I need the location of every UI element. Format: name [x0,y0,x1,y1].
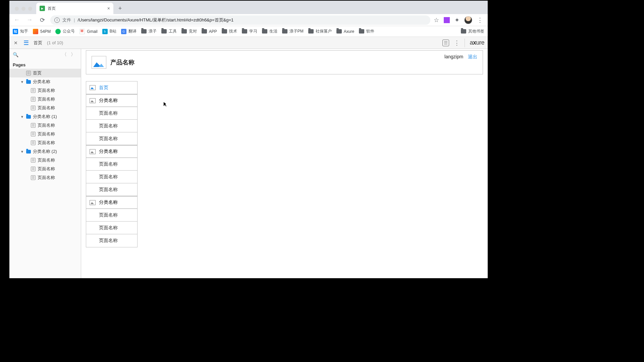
bookmark-folder[interactable]: 生活 [262,28,277,34]
image-placeholder-icon [90,149,96,154]
tree-page[interactable]: 页面名称 [9,165,81,173]
page-icon [31,158,36,163]
chevron-down-icon[interactable]: ▼ [20,150,24,154]
browser-tab[interactable]: 首页 × [36,3,113,14]
play-icon [40,6,45,11]
bookmark-item[interactable]: 知知乎 [13,28,28,34]
browser-toolbar: ← → ⟳ i 文件 | /Users/langzi/Documents/Axu… [9,14,488,26]
bookmark-folder[interactable]: Axure [336,29,354,34]
bookmarks-bar: 知知乎 54PM 公众号 Gmail bB站 G翻译 浪子 工具 竞对 APP … [9,26,488,37]
tree-page[interactable]: 页面名称 [9,86,81,95]
bookmark-folder[interactable]: APP [202,29,217,34]
pages-sidebar: 🔍 〈 〉 Pages 首页▼分类名称页面名称页面名称页面名称▼分类名称 (1)… [9,49,81,278]
menu-sub-item[interactable]: 页面名称 [86,132,137,145]
sidebar-heading: Pages [9,60,81,69]
address-bar[interactable]: i 文件 | /Users/langzi/Documents/Axure/HTM… [50,15,430,25]
bookmark-folder[interactable]: 社保落户 [308,28,332,34]
menu-sub-item[interactable]: 页面名称 [86,158,137,171]
pages-tree: 首页▼分类名称页面名称页面名称页面名称▼分类名称 (1)页面名称页面名称页面名称… [9,69,81,182]
page-icon [31,140,36,145]
chevron-down-icon[interactable]: ▼ [20,80,24,84]
menu-home-item[interactable]: 首页 [86,81,137,94]
axure-logo: axure [470,39,484,46]
bookmark-folder[interactable]: 软件 [359,28,374,34]
page-icon [31,175,36,180]
chevron-down-icon[interactable]: ▼ [20,115,24,119]
cursor-icon [164,101,168,107]
page-count: (1 of 10) [47,40,63,45]
tree-page[interactable]: 首页 [9,69,81,77]
bookmark-star-icon[interactable]: ☆ [434,16,439,24]
current-page-name: 首页 [34,40,42,46]
traffic-max-icon[interactable] [28,7,32,11]
page-icon [31,88,36,93]
menu-sub-item[interactable]: 页面名称 [86,222,137,234]
bookmark-folder[interactable]: 学习 [242,28,257,34]
hamburger-icon[interactable]: ☰ [23,39,29,47]
menu-category-item[interactable]: 分类名称 [86,145,137,158]
tree-folder[interactable]: ▼分类名称 (1) [9,112,81,121]
next-page-icon[interactable]: 〉 [69,52,77,58]
product-title: 产品名称 [110,58,135,66]
notes-icon[interactable] [442,40,449,46]
tree-page[interactable]: 页面名称 [9,156,81,165]
browser-tabstrip: 首页 × + [9,1,488,14]
back-button[interactable]: ← [12,15,21,25]
menu-sub-item[interactable]: 页面名称 [86,209,137,222]
tree-page[interactable]: 页面名称 [9,138,81,147]
tree-page[interactable]: 页面名称 [9,95,81,104]
new-tab-button[interactable]: + [115,4,125,13]
tab-title: 首页 [48,6,105,11]
close-panel-icon[interactable]: ✕ [13,40,19,46]
tree-page[interactable]: 页面名称 [9,104,81,112]
bookmark-folder[interactable]: 工具 [161,28,177,34]
logout-link[interactable]: 退出 [468,54,477,59]
profile-avatar[interactable] [464,16,472,24]
traffic-close-icon[interactable] [15,7,19,11]
reload-button[interactable]: ⟳ [38,15,47,25]
preview-canvas: 产品名称 langzipm 退出 首页分类名称页面名称页面名称页面名称分类名称页… [81,49,488,278]
more-icon[interactable]: ⋮ [454,39,460,47]
menu-sub-item[interactable]: 页面名称 [86,171,137,183]
bookmark-item[interactable]: 54PM [33,29,51,34]
extension-icon[interactable] [444,17,450,23]
traffic-min-icon[interactable] [21,7,25,11]
menu-category-item[interactable]: 分类名称 [86,94,137,107]
image-placeholder-icon [90,85,96,90]
tree-page[interactable]: 页面名称 [9,130,81,138]
preview-menu: 首页分类名称页面名称页面名称页面名称分类名称页面名称页面名称页面名称分类名称页面… [86,81,138,247]
bookmark-item[interactable]: bB站 [102,28,116,34]
axure-toolbar: ✕ ☰ 首页 (1 of 10) ⋮ axure [9,37,488,49]
bookmark-item[interactable]: G翻译 [121,28,137,34]
extensions-puzzle-icon[interactable]: ✦ [454,16,460,24]
bookmark-item[interactable]: 公众号 [55,28,75,34]
tree-page[interactable]: 页面名称 [9,173,81,182]
bookmark-folder[interactable]: 浪子 [141,28,157,34]
bookmark-folder[interactable]: 技术 [222,28,237,34]
tree-folder[interactable]: ▼分类名称 [9,77,81,86]
menu-category-item[interactable]: 分类名称 [86,196,137,209]
bookmark-folder[interactable]: 竞对 [181,28,197,34]
address-scheme-label: 文件 [62,17,71,23]
menu-sub-item[interactable]: 页面名称 [86,234,137,247]
tree-folder[interactable]: ▼分类名称 (2) [9,147,81,156]
browser-menu-icon[interactable]: ⋮ [477,16,483,24]
prev-page-icon[interactable]: 〈 [60,52,69,58]
folder-icon [26,150,31,154]
menu-sub-item[interactable]: 页面名称 [86,183,137,196]
image-placeholder-icon [92,56,106,69]
bookmark-item[interactable]: Gmail [79,29,97,34]
tree-page[interactable]: 页面名称 [9,121,81,130]
bookmark-folder[interactable]: 浪子PM [282,28,304,34]
search-icon[interactable]: 🔍 [13,52,60,57]
site-info-icon[interactable]: i [54,17,60,23]
menu-sub-item[interactable]: 页面名称 [86,120,137,132]
page-icon [31,106,36,110]
product-header: 产品名称 langzipm 退出 [86,50,483,74]
menu-sub-item[interactable]: 页面名称 [86,107,137,120]
other-bookmarks[interactable]: 其他书签 [461,28,484,34]
address-url: /Users/langzi/Documents/Axure/HTML/菜单栏/s… [77,17,426,23]
forward-button[interactable]: → [25,15,34,25]
folder-icon [26,115,31,119]
close-icon[interactable]: × [107,6,110,11]
